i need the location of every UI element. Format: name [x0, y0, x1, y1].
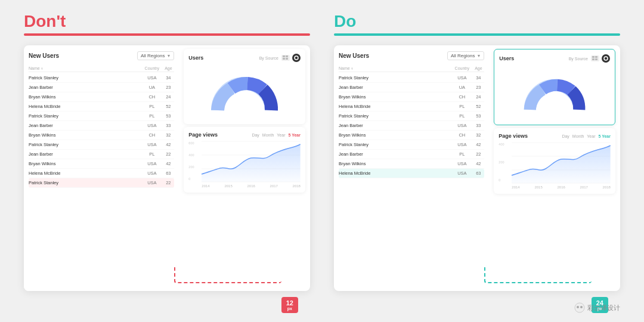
svg-rect-0	[283, 55, 285, 57]
table-row: Jean BarberUA23	[339, 83, 484, 92]
do-donut-card: Users By Source	[494, 49, 615, 125]
dont-line-card: Page views Day Month Year 5 Year 600	[184, 127, 305, 193]
svg-rect-12	[592, 58, 595, 60]
dont-y-axis: 600 400 200 0	[188, 141, 200, 181]
svg-rect-13	[595, 58, 597, 60]
do-title: Do	[334, 12, 620, 31]
table-row: Bryan WilkinsCH24	[29, 92, 174, 102]
table-row: Helena McBrideUSA63	[29, 169, 174, 178]
dont-table-filter[interactable]: All Regions ▼	[137, 51, 174, 60]
do-charts: Users By Source	[493, 45, 620, 291]
svg-point-20	[575, 303, 584, 312]
do-table: New Users All Regions ▼ Name ↑ Country A…	[334, 45, 489, 291]
col-name-header: Name ↑	[29, 66, 141, 70]
table-row: Helena McBrideUSA63	[339, 169, 484, 178]
svg-point-22	[580, 306, 583, 308]
dont-charts: Users By Source	[182, 45, 310, 291]
do-donut-chart	[499, 66, 610, 120]
do-line-card: Page views Day Month Year 5 Year 400	[494, 128, 615, 194]
svg-rect-2	[283, 58, 285, 60]
do-year-labels: 2014 2015 2016 2017 2018	[512, 185, 611, 189]
do-donut-icon[interactable]	[602, 54, 610, 63]
do-y-axis: 400 200 0	[499, 143, 510, 182]
do-grid-icon[interactable]	[591, 55, 599, 61]
do-col-country-header: Country	[451, 66, 472, 70]
chevron-down-icon: ▼	[166, 54, 171, 58]
table-row: Bryan WilkinsCH24	[339, 92, 484, 102]
table-row: Jean BarberPL22	[339, 150, 484, 159]
dont-donut-title: Users	[188, 55, 203, 61]
dont-year[interactable]: Year	[277, 133, 285, 137]
do-panel: Do New Users All Regions ▼ Name ↑ Co	[334, 12, 620, 313]
do-table-body: Patrick StanleyUSA34Jean BarberUA23Bryan…	[339, 73, 484, 178]
table-row: Bryan WilkinsUSA42	[339, 159, 484, 169]
do-5year[interactable]: 5 Year	[598, 134, 611, 138]
dont-line-chart-wrap: 600 400 200 0	[188, 141, 301, 188]
dont-donut-filter[interactable]: By Source	[259, 56, 278, 60]
do-dashboard: New Users All Regions ▼ Name ↑ Country A…	[334, 45, 620, 291]
do-col-age-header: Age	[472, 66, 484, 70]
do-table-title: New Users	[339, 52, 369, 59]
table-row: Patrick StanleyUSA42	[29, 140, 174, 150]
do-line-chart-wrap: 400 200 0	[499, 143, 611, 189]
do-month[interactable]: Month	[572, 134, 584, 138]
dont-line-title: Page views	[188, 132, 218, 138]
dont-donut-chart	[188, 66, 301, 119]
table-row: Patrick StanleyUSA22	[29, 178, 174, 188]
table-row: Jean BarberUSA33	[29, 121, 174, 131]
dont-table-body: Patrick StanleyUSA34Jean BarberUA23Bryan…	[29, 73, 174, 188]
svg-rect-3	[286, 58, 288, 60]
svg-rect-11	[595, 56, 597, 58]
table-row: Helena McBridePL52	[339, 102, 484, 112]
table-row: Bryan WilkinsUSA42	[29, 159, 174, 169]
chevron-down-icon-do: ▼	[476, 54, 481, 58]
svg-point-21	[577, 306, 579, 308]
watermark: 彩云译设计	[574, 302, 620, 313]
do-day[interactable]: Day	[562, 134, 569, 138]
svg-point-15	[543, 97, 566, 121]
dont-panel: Don't New Users All Regions ▼ Name ↑	[24, 12, 310, 313]
dont-5year[interactable]: 5 Year	[288, 133, 301, 137]
table-row: Bryan WilkinsCH32	[339, 131, 484, 140]
svg-point-14	[604, 57, 608, 60]
table-row: Jean BarberUSA33	[339, 121, 484, 131]
table-row: Patrick StanleyUSA42	[339, 140, 484, 150]
svg-rect-10	[592, 56, 595, 58]
table-row: Jean BarberUA23	[29, 83, 174, 92]
table-row: Patrick StanleyPL53	[29, 112, 174, 121]
table-row: Patrick StanleyUSA34	[29, 73, 174, 83]
svg-point-4	[295, 56, 298, 60]
dont-table: New Users All Regions ▼ Name ↑ Country A…	[24, 45, 179, 291]
svg-rect-1	[286, 55, 288, 57]
do-line-chart	[512, 143, 611, 184]
dont-table-title: New Users	[29, 52, 59, 59]
dont-title: Don't	[24, 12, 310, 31]
do-donut-title: Users	[499, 55, 514, 61]
do-year-ctrl[interactable]: Year	[587, 134, 595, 138]
do-donut-filter[interactable]: By Source	[569, 57, 588, 61]
dont-donut-card: Users By Source	[184, 49, 305, 124]
do-bar	[334, 33, 620, 36]
table-row: Patrick StanleyPL53	[339, 112, 484, 121]
dont-year-labels: 2014 2015 2016 2017 2018	[202, 184, 301, 188]
do-table-filter[interactable]: All Regions ▼	[447, 51, 484, 60]
do-col-name-header: Name ↑	[339, 66, 451, 70]
grid-icon[interactable]	[281, 55, 290, 61]
dont-month[interactable]: Month	[262, 133, 274, 137]
svg-point-5	[231, 97, 258, 123]
col-country-header: Country	[141, 66, 162, 70]
dont-badge: 12 px	[281, 297, 298, 313]
dont-bar	[24, 33, 310, 36]
table-row: Bryan WilkinsCH32	[29, 131, 174, 140]
table-row: Patrick StanleyUSA34	[339, 73, 484, 83]
donut-icon[interactable]	[292, 54, 301, 62]
dont-day[interactable]: Day	[252, 133, 259, 137]
col-age-header: Age	[162, 66, 174, 70]
dont-badge-wrapper: 12 px	[281, 297, 298, 313]
do-line-title: Page views	[499, 133, 528, 139]
dont-line-chart	[202, 141, 301, 183]
table-row: Jean BarberPL22	[29, 150, 174, 159]
table-row: Helena McBridePL52	[29, 102, 174, 112]
dont-dashboard: New Users All Regions ▼ Name ↑ Country A…	[24, 45, 310, 291]
